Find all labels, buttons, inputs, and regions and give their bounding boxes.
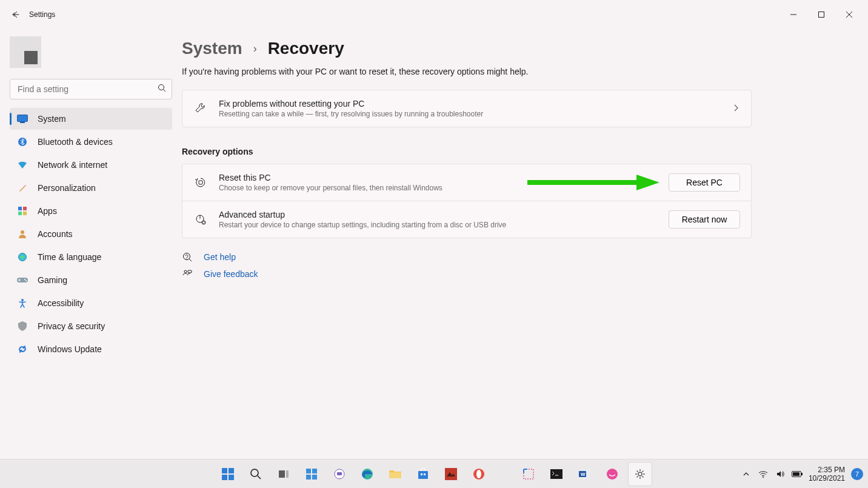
section-header: Recovery options <box>182 147 752 156</box>
advanced-startup-icon <box>193 212 208 227</box>
word-button[interactable]: W <box>572 462 596 486</box>
nav-item-network[interactable]: Network & internet <box>10 154 172 176</box>
search-icon <box>250 468 262 480</box>
card-title: Reset this PC <box>219 173 658 182</box>
back-button[interactable] <box>5 4 27 25</box>
svg-rect-52 <box>801 473 803 475</box>
taskbar-search-button[interactable] <box>244 462 268 486</box>
start-button[interactable] <box>216 462 240 486</box>
fix-problems-card[interactable]: Fix problems without resetting your PC R… <box>182 90 752 127</box>
nav-item-personalization[interactable]: Personalization <box>10 177 172 199</box>
task-view-button[interactable] <box>272 462 296 486</box>
gaming-icon <box>17 275 28 286</box>
chevron-right-icon <box>733 103 740 114</box>
minimize-icon <box>790 12 796 18</box>
clock[interactable]: 2:35 PM 10/29/2021 <box>809 466 845 483</box>
svg-rect-15 <box>199 181 202 184</box>
search-field[interactable] <box>10 79 172 99</box>
nav-label: Personalization <box>38 183 96 193</box>
svg-rect-7 <box>18 212 22 215</box>
svg-point-9 <box>21 230 24 234</box>
get-help-link[interactable]: Get help <box>182 252 752 262</box>
wifi-icon[interactable] <box>758 469 769 480</box>
search-input[interactable] <box>10 79 172 99</box>
store-button[interactable] <box>411 462 435 486</box>
clock-time: 2:35 PM <box>818 466 845 474</box>
svg-rect-6 <box>23 207 27 210</box>
svg-point-49 <box>638 472 642 476</box>
volume-icon[interactable] <box>775 469 786 480</box>
explorer-button[interactable] <box>383 462 407 486</box>
terminal-icon <box>550 469 563 479</box>
chat-button[interactable] <box>327 462 352 486</box>
accounts-icon <box>17 229 28 239</box>
reset-pc-button[interactable]: Reset PC <box>669 173 740 192</box>
nav-item-gaming[interactable]: Gaming <box>10 269 172 291</box>
advanced-startup-card: Advanced startup Restart your device to … <box>182 201 752 238</box>
nav-item-apps[interactable]: Apps <box>10 200 172 222</box>
svg-text:W: W <box>581 472 586 477</box>
svg-rect-43 <box>524 469 533 479</box>
clock-date: 10/29/2021 <box>809 474 845 483</box>
page-subtitle: If you're having problems with your PC o… <box>182 67 752 76</box>
nav-label: Bluetooth & devices <box>38 137 113 147</box>
app-icon <box>445 468 457 480</box>
word-icon: W <box>578 468 590 480</box>
snip-button[interactable] <box>516 462 541 486</box>
content: System › Recovery If you're having probl… <box>182 29 868 459</box>
maximize-button[interactable] <box>807 5 835 24</box>
task-view-icon <box>278 468 290 480</box>
opera-button[interactable] <box>467 462 491 486</box>
svg-rect-0 <box>819 12 824 18</box>
card-subtitle: Resetting can take a while — first, try … <box>219 110 722 118</box>
nav-item-update[interactable]: Windows Update <box>10 338 172 360</box>
svg-point-12 <box>24 279 25 280</box>
battery-icon[interactable] <box>792 469 803 480</box>
svg-point-20 <box>184 270 187 273</box>
give-feedback-link[interactable]: Give feedback <box>182 269 752 279</box>
app-pink-button[interactable] <box>600 462 624 486</box>
settings-taskbar-button[interactable] <box>628 462 652 486</box>
card-title: Fix problems without resetting your PC <box>219 99 722 109</box>
search-icon <box>158 84 166 95</box>
svg-rect-30 <box>312 469 317 473</box>
nav-label: System <box>38 114 66 124</box>
titlebar: Settings <box>0 0 868 29</box>
nav-item-accessibility[interactable]: Accessibility <box>10 292 172 314</box>
nav-label: Accounts <box>38 229 73 239</box>
accessibility-icon <box>17 298 28 309</box>
nav-item-system[interactable]: System <box>10 108 172 130</box>
svg-point-13 <box>25 280 27 281</box>
nav-item-bluetooth[interactable]: Bluetooth & devices <box>10 131 172 153</box>
edge-button[interactable] <box>355 462 379 486</box>
restart-now-button[interactable]: Restart now <box>669 210 740 229</box>
breadcrumb-parent[interactable]: System <box>182 39 242 58</box>
privacy-icon <box>17 321 28 332</box>
store-icon <box>417 468 429 480</box>
minimize-button[interactable] <box>780 5 807 24</box>
folder-icon <box>389 469 402 480</box>
widgets-icon <box>305 468 318 480</box>
update-icon <box>17 344 28 355</box>
personalization-icon <box>17 182 28 193</box>
app-red-button[interactable] <box>439 462 463 486</box>
nav-item-time[interactable]: Time & language <box>10 246 172 268</box>
svg-point-48 <box>607 469 618 480</box>
svg-point-50 <box>763 476 764 478</box>
user-profile[interactable] <box>10 36 172 68</box>
avatar <box>10 36 41 68</box>
widgets-button[interactable] <box>299 462 324 486</box>
nav-item-privacy[interactable]: Privacy & security <box>10 315 172 337</box>
svg-rect-29 <box>306 469 311 473</box>
nav-item-accounts[interactable]: Accounts <box>10 223 172 245</box>
svg-rect-53 <box>793 472 800 476</box>
svg-rect-28 <box>286 470 289 478</box>
close-button[interactable] <box>835 5 863 24</box>
tray-overflow-button[interactable] <box>741 469 752 480</box>
nav-label: Time & language <box>38 252 101 262</box>
notification-badge[interactable]: 7 <box>851 468 863 480</box>
terminal-button[interactable] <box>544 462 569 486</box>
svg-rect-23 <box>229 468 234 473</box>
chevron-right-icon: › <box>253 42 257 55</box>
taskbar: W 2:35 PM 10/29/2021 7 <box>0 459 868 488</box>
